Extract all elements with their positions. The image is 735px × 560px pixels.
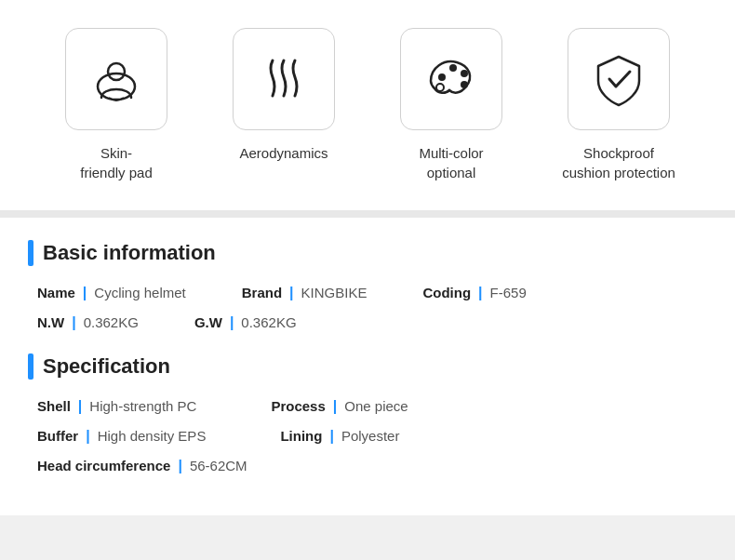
skin-friendly-icon [88, 51, 144, 107]
info-section: Basic information Name | Cycling helmet … [0, 218, 735, 515]
nw-value: 0.362KG [84, 314, 139, 330]
svg-point-6 [436, 84, 444, 91]
nw-label: N.W [37, 314, 64, 330]
spec-blue-accent-bar [28, 353, 33, 380]
feature-multicolor: Multi-coloroptional [377, 28, 526, 182]
skin-friendly-label: Skin-friendly pad [80, 143, 153, 182]
spec-row-3: Head circumference | 56-62CM [28, 458, 707, 474]
process-label: Process [271, 398, 325, 414]
coding-label: Coding [422, 285, 471, 300]
brand-label: Brand [242, 285, 282, 300]
name-sep: | [83, 285, 87, 301]
multicolor-label: Multi-coloroptional [419, 143, 483, 182]
feature-shockproof: Shockproofcushion protection [544, 28, 693, 182]
head-circumference-label: Head circumference [37, 458, 170, 473]
basic-info-row-1: Name | Cycling helmet Brand | KINGBIKE C… [37, 285, 698, 301]
head-circumference-sep: | [178, 458, 181, 474]
svg-point-0 [108, 63, 125, 80]
shell-sep: | [78, 398, 82, 415]
feature-skin-friendly: Skin-friendly pad [42, 28, 191, 182]
name-cell: Name | Cycling helmet [37, 285, 186, 301]
buffer-value: High density EPS [98, 428, 207, 444]
specification-grid: Shell | High-strength PC Process | One p… [28, 398, 707, 474]
name-label: Name [37, 285, 75, 300]
process-cell: Process | One piece [271, 398, 408, 415]
coding-sep: | [478, 285, 482, 301]
head-circumference-value: 56-62CM [190, 458, 247, 473]
process-sep: | [333, 398, 337, 415]
spec-row-1: Shell | High-strength PC Process | One p… [28, 398, 707, 415]
gw-label: G.W [194, 314, 222, 330]
skin-friendly-icon-box [65, 28, 167, 130]
nw-sep: | [72, 314, 75, 331]
specification-header: Specification [28, 353, 707, 380]
blue-accent-bar [28, 240, 33, 266]
shockproof-icon [591, 51, 647, 107]
spec-row-2: Buffer | High density EPS Lining | Polye… [28, 428, 707, 445]
head-circumference-cell: Head circumference | 56-62CM [37, 458, 247, 474]
gw-value: 0.362KG [241, 314, 296, 330]
coding-cell: Coding | F-659 [422, 285, 526, 301]
process-value: One piece [344, 398, 408, 414]
multicolor-icon-box [400, 28, 502, 130]
shell-cell: Shell | High-strength PC [37, 398, 196, 415]
svg-point-1 [98, 73, 135, 100]
nw-cell: N.W | 0.362KG [37, 314, 139, 331]
gw-sep: | [230, 314, 234, 331]
brand-value: KINGBIKE [301, 285, 368, 300]
shell-value: High-strength PC [89, 398, 196, 414]
basic-info-header: Basic information [28, 240, 707, 266]
svg-point-3 [449, 64, 457, 72]
buffer-label: Buffer [37, 428, 78, 444]
buffer-sep: | [86, 428, 89, 445]
name-value: Cycling helmet [94, 285, 185, 300]
feature-aerodynamics: Aerodynamics [209, 28, 358, 163]
brand-cell: Brand | KINGBIKE [242, 285, 368, 301]
lining-cell: Lining | Polyester [280, 428, 399, 445]
section-divider [0, 210, 735, 218]
shockproof-label: Shockproofcushion protection [562, 143, 675, 182]
shockproof-icon-box [568, 28, 670, 130]
aerodynamics-label: Aerodynamics [239, 143, 327, 163]
features-section: Skin-friendly pad Aerodynamics [0, 0, 735, 210]
svg-point-2 [438, 73, 446, 81]
aerodynamics-icon-box [233, 28, 335, 130]
aerodynamics-icon [256, 51, 312, 107]
lining-value: Polyester [341, 428, 400, 444]
basic-info-row-2: N.W | 0.362KG G.W | 0.362KG [37, 314, 698, 331]
multicolor-icon [423, 51, 479, 107]
basic-info-grid: Name | Cycling helmet Brand | KINGBIKE C… [28, 285, 707, 344]
coding-value: F-659 [490, 285, 527, 300]
shell-label: Shell [37, 398, 71, 414]
buffer-cell: Buffer | High density EPS [37, 428, 206, 445]
svg-point-4 [461, 70, 468, 77]
specification-title: Specification [43, 354, 170, 379]
gw-cell: G.W | 0.362KG [194, 314, 297, 331]
basic-info-title: Basic information [43, 241, 216, 265]
brand-sep: | [289, 285, 293, 301]
lining-label: Lining [280, 428, 322, 444]
lining-sep: | [329, 428, 333, 445]
svg-point-5 [461, 81, 468, 88]
